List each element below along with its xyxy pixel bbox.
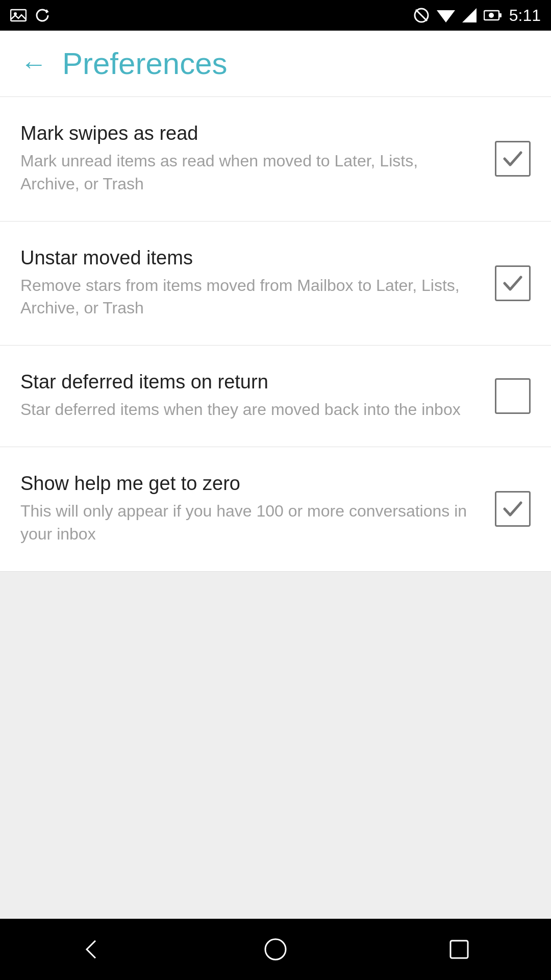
status-bar: 5:11	[0, 0, 551, 31]
nav-home-icon	[263, 937, 288, 962]
pref-title-star-deferred-items: Star deferred items on return	[20, 371, 474, 393]
preferences-list: Mark swipes as readMark unread items as …	[0, 97, 551, 572]
header: ← Preferences	[0, 31, 551, 97]
svg-point-8	[489, 13, 494, 18]
nav-home-button[interactable]	[245, 929, 306, 970]
pref-text-star-deferred-items: Star deferred items on returnStar deferr…	[20, 371, 495, 421]
svg-point-9	[265, 939, 286, 960]
pref-text-unstar-moved-items: Unstar moved itemsRemove stars from item…	[20, 247, 495, 320]
pref-checkbox-show-help-get-to-zero[interactable]	[495, 491, 531, 527]
svg-marker-5	[462, 8, 477, 22]
pref-description-unstar-moved-items: Remove stars from items moved from Mailb…	[20, 274, 474, 320]
status-time: 5:11	[509, 6, 541, 25]
blocked-icon	[413, 7, 430, 23]
battery-icon	[484, 8, 502, 22]
pref-title-mark-swipes-as-read: Mark swipes as read	[20, 122, 474, 144]
pref-checkmark-show-help-get-to-zero	[502, 498, 524, 520]
nav-back-icon	[79, 937, 105, 962]
svg-line-3	[416, 10, 427, 21]
pref-item-mark-swipes-as-read[interactable]: Mark swipes as readMark unread items as …	[0, 97, 551, 222]
pref-title-unstar-moved-items: Unstar moved items	[20, 247, 474, 269]
pref-item-star-deferred-items[interactable]: Star deferred items on returnStar deferr…	[0, 346, 551, 447]
pref-checkmark-unstar-moved-items	[502, 272, 524, 295]
nav-bar	[0, 919, 551, 980]
pref-description-star-deferred-items: Star deferred items when they are moved …	[20, 398, 474, 421]
nav-back-button[interactable]	[61, 929, 122, 970]
page-title: Preferences	[62, 46, 228, 81]
pref-checkbox-unstar-moved-items[interactable]	[495, 265, 531, 301]
pref-item-unstar-moved-items[interactable]: Unstar moved itemsRemove stars from item…	[0, 222, 551, 346]
pref-checkmark-mark-swipes-as-read	[502, 148, 524, 170]
nav-recents-button[interactable]	[429, 929, 490, 970]
gray-area	[0, 572, 551, 919]
wifi-icon	[437, 8, 455, 22]
status-bar-left	[10, 8, 50, 23]
pref-checkbox-mark-swipes-as-read[interactable]	[495, 141, 531, 177]
svg-rect-10	[450, 941, 468, 958]
pref-item-show-help-get-to-zero[interactable]: Show help me get to zeroThis will only a…	[0, 447, 551, 572]
pref-title-show-help-get-to-zero: Show help me get to zero	[20, 473, 474, 495]
back-button[interactable]: ←	[20, 48, 47, 79]
svg-marker-4	[437, 10, 455, 22]
image-icon	[10, 8, 27, 22]
nav-recents-icon	[446, 937, 472, 962]
refresh-icon	[35, 8, 50, 23]
pref-checkmark-star-deferred-items	[502, 385, 524, 407]
pref-text-mark-swipes-as-read: Mark swipes as readMark unread items as …	[20, 122, 495, 195]
pref-checkbox-star-deferred-items[interactable]	[495, 378, 531, 414]
svg-rect-7	[499, 13, 502, 17]
status-bar-right: 5:11	[413, 6, 541, 25]
pref-text-show-help-get-to-zero: Show help me get to zeroThis will only a…	[20, 473, 495, 546]
signal-icon	[462, 8, 477, 22]
pref-description-mark-swipes-as-read: Mark unread items as read when moved to …	[20, 150, 474, 195]
pref-description-show-help-get-to-zero: This will only appear if you have 100 or…	[20, 500, 474, 546]
